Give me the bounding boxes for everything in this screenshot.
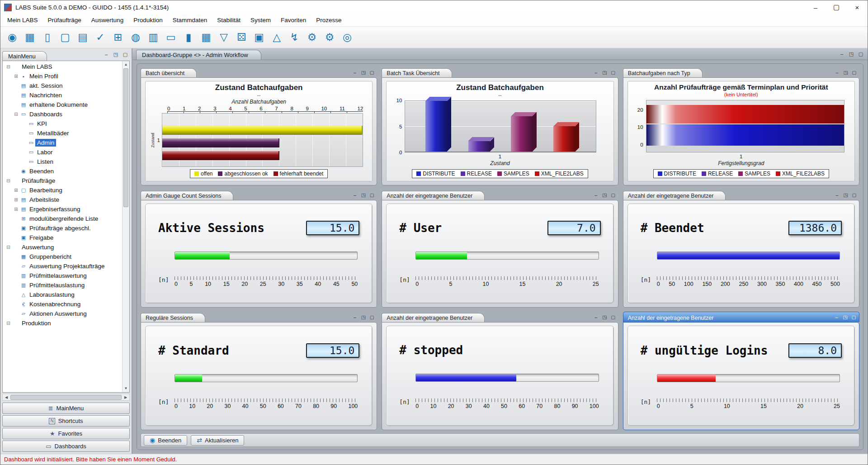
settings-gear-dark-button[interactable]: ⚙ <box>304 29 320 46</box>
panel-tab[interactable]: Admin Gauge Count Sessions <box>141 191 233 200</box>
sidebar-button-dashboards[interactable]: ▭Dashboards <box>2 441 130 452</box>
tree-item-kpi[interactable]: ▭KPI <box>3 119 122 128</box>
sidebar-button-shortcuts[interactable]: NShortcuts <box>2 415 130 427</box>
tree-expander-icon[interactable]: ⊞ <box>13 74 19 79</box>
tree-expander-icon[interactable]: ⊞ <box>13 197 19 202</box>
table-edit-button[interactable]: ▤ <box>75 29 91 46</box>
window-close-button[interactable]: × <box>847 0 868 14</box>
panel-minimize-icon[interactable]: – <box>834 192 840 198</box>
panel-maximize-icon[interactable]: ▢ <box>610 192 616 198</box>
sidebar-button-mainmenu[interactable]: ≣MainMenu <box>2 403 130 414</box>
panel-detach-icon[interactable]: ◳ <box>843 192 849 198</box>
beenden-button[interactable]: ◉ Beenden <box>144 435 187 446</box>
panel-minimize-icon[interactable]: – <box>352 314 358 320</box>
menu-stabilit-t[interactable]: Stabilität <box>212 14 245 26</box>
scroll-down-icon[interactable]: ▼ <box>123 385 129 392</box>
menu-prozesse[interactable]: Prozesse <box>311 14 346 26</box>
tree-item-beenden[interactable]: ◉Beenden <box>3 166 122 176</box>
panel-tab[interactable]: Batch Task Übersicht <box>382 68 452 77</box>
sample-dice-button[interactable]: ⚄ <box>233 29 250 46</box>
menu-auswertung[interactable]: Auswertung <box>86 14 128 26</box>
panel-minimize-icon[interactable]: – <box>352 70 358 76</box>
menu-produktion[interactable]: Produktion <box>128 14 168 26</box>
broadcast-button[interactable]: ◍ <box>127 29 144 46</box>
window-maximize-button[interactable]: ▢ <box>826 0 847 14</box>
tree-expander-icon[interactable]: ⊟ <box>5 64 12 69</box>
new-document-button[interactable]: ▯ <box>39 29 56 46</box>
panel-minimize-icon[interactable]: – <box>352 192 358 198</box>
plug-tool-button[interactable]: ↯ <box>286 29 302 46</box>
tree-item-akt-session[interactable]: ▤akt. Session <box>3 81 122 90</box>
tree-item-arbeitsliste[interactable]: ⊞▤Arbeitsliste <box>3 195 122 204</box>
scrollbar-thumb[interactable] <box>123 68 128 207</box>
main-detach-icon[interactable]: ◳ <box>848 51 854 57</box>
tree-expander-icon[interactable]: ⊟ <box>5 321 12 326</box>
tree-item-pr-fauftr-ge-abgeschl[interactable]: ▣Prüfaufträge abgeschl. <box>3 223 122 233</box>
sidebar-tab-mainmenu[interactable]: MainMenu <box>2 51 47 61</box>
panel-maximize-icon[interactable]: ▢ <box>369 70 375 76</box>
tree-item-auswertung[interactable]: ⊟Auswertung <box>3 242 122 252</box>
panel-detach-icon[interactable]: ◳ <box>602 314 608 320</box>
dashboard-monitor-button[interactable]: ▭ <box>163 29 179 46</box>
search-list-button[interactable]: ◎ <box>339 29 355 46</box>
funnel-flask-button[interactable]: ▽ <box>216 29 232 46</box>
tree-expander-icon[interactable]: ⊟ <box>5 178 12 183</box>
panel-tab[interactable]: Anzahl der eingetragene Benutzer <box>623 313 726 322</box>
open-document-button[interactable]: ▢ <box>57 29 73 46</box>
tree-item-laborauslastung[interactable]: △Laborauslastung <box>3 290 122 299</box>
scroll-right-icon[interactable]: ▶ <box>122 395 129 399</box>
sidebar-maximize-icon[interactable]: ▢ <box>122 51 128 57</box>
panel-maximize-icon[interactable]: ▢ <box>851 314 857 320</box>
tree-expander-icon[interactable]: ⊞ <box>13 188 19 193</box>
aktualisieren-button[interactable]: ⇄ Aktualisieren <box>191 435 244 446</box>
sidebar-button-favorites[interactable]: ★Favorites <box>2 428 130 439</box>
box-star-button[interactable]: ▣ <box>251 29 267 46</box>
panel-detach-icon[interactable]: ◳ <box>842 314 848 320</box>
tree-item-metallb-der[interactable]: ▭Metallbäder <box>3 128 122 138</box>
tree-item-listen[interactable]: ▭Listen <box>3 157 122 166</box>
results-table-button[interactable]: ▦ <box>198 29 214 46</box>
tree-item-gruppenbericht[interactable]: ▦Gruppenbericht <box>3 252 122 261</box>
panel-minimize-icon[interactable]: – <box>834 314 840 320</box>
panel-maximize-icon[interactable]: ▢ <box>851 70 857 76</box>
tree-item-pr-fmittelauswertung[interactable]: ▥Prüfmittelauswertung <box>3 271 122 280</box>
panel-maximize-icon[interactable]: ▢ <box>610 70 616 76</box>
horizontal-scrollbar[interactable]: ◀ ▶ <box>2 394 130 401</box>
panel-minimize-icon[interactable]: – <box>834 70 840 76</box>
scroll-left-icon[interactable]: ◀ <box>3 395 10 399</box>
tree-expander-icon[interactable]: ⊟ <box>13 112 19 117</box>
tree-item-freigabe[interactable]: ▣Freigabe <box>3 233 122 242</box>
tree-item-pr-fmittelauslastung[interactable]: ▥Prüfmittelauslastung <box>3 280 122 290</box>
scrollbar-thumb[interactable] <box>10 395 122 400</box>
panel-detach-icon[interactable]: ◳ <box>360 70 366 76</box>
tree-item-dashboards[interactable]: ⊟▭Dashboards <box>3 109 122 119</box>
tree-item-kostenabrechnung[interactable]: €Kostenabrechnung <box>3 299 122 309</box>
panel-detach-icon[interactable]: ◳ <box>843 70 849 76</box>
approve-check-button[interactable]: ✓ <box>92 29 108 46</box>
session-power-button[interactable]: ◉ <box>4 29 20 46</box>
module-grid-button[interactable]: ⊞ <box>110 29 126 46</box>
panel-maximize-icon[interactable]: ▢ <box>369 192 375 198</box>
panel-detach-icon[interactable]: ◳ <box>360 314 366 320</box>
tree-item-mein-profil[interactable]: ⊞▪Mein Profil <box>3 71 122 81</box>
window-minimize-button[interactable]: – <box>805 0 826 14</box>
panel-maximize-icon[interactable]: ▢ <box>851 192 857 198</box>
main-minimize-icon[interactable]: – <box>839 51 845 57</box>
scroll-up-icon[interactable]: ▲ <box>123 61 129 68</box>
panel-detach-icon[interactable]: ◳ <box>602 70 608 76</box>
panel-tab[interactable]: Anzahl der eingetragene Benutzer <box>623 191 726 200</box>
tree-item-mein-labs[interactable]: ⊟Mein LABS <box>3 62 122 71</box>
tree-item-labor[interactable]: ▭Labor <box>3 147 122 157</box>
panel-tab[interactable]: Batchaufgaben nach Typ <box>623 68 703 77</box>
flask-button[interactable]: △ <box>269 29 285 46</box>
tree-item-pr-fauftr-ge[interactable]: ⊟Prüfaufträge <box>3 176 122 185</box>
panel-minimize-icon[interactable]: – <box>593 314 599 320</box>
panel-detach-icon[interactable]: ◳ <box>602 192 608 198</box>
sidebar-detach-icon[interactable]: ◳ <box>113 51 119 57</box>
panel-detach-icon[interactable]: ◳ <box>360 192 366 198</box>
tree-item-admin[interactable]: ▭Admin <box>3 138 122 147</box>
tree-expander-icon[interactable]: ⊟ <box>5 245 12 250</box>
main-maximize-icon[interactable]: ▢ <box>858 51 864 57</box>
panel-maximize-icon[interactable]: ▢ <box>369 314 375 320</box>
tree-expander-icon[interactable]: ⊞ <box>13 207 19 212</box>
